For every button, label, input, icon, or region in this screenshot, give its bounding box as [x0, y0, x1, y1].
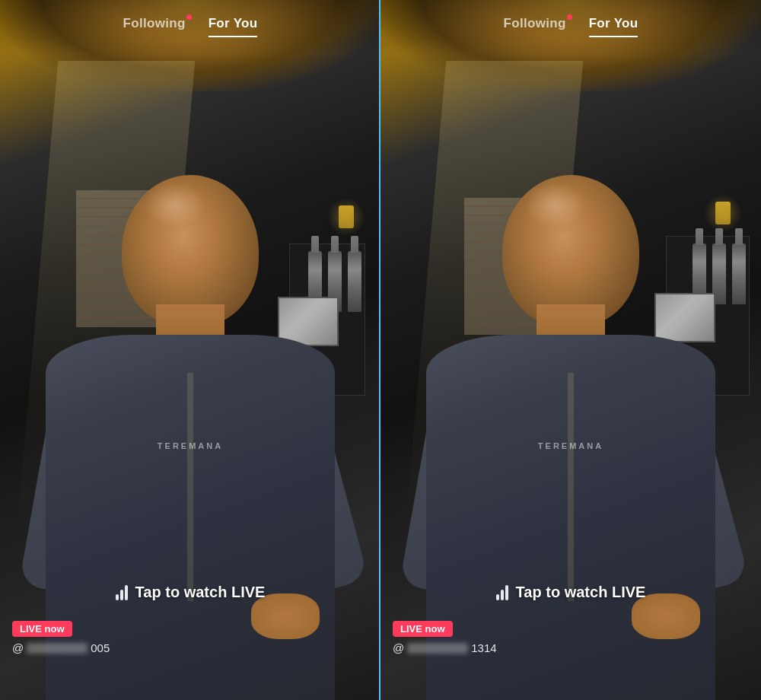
- signal-icon-right: [496, 585, 508, 600]
- panel-separator: [379, 0, 380, 700]
- tap-overlay-right[interactable]: Tap to watch LIVE: [380, 584, 761, 601]
- username-blur-left: [27, 643, 88, 654]
- nav-tab-following-left[interactable]: Following: [123, 16, 186, 37]
- nav-dot-right: [567, 14, 572, 20]
- panel-left[interactable]: TEREMANA Following For You Tap to watch …: [0, 0, 380, 700]
- person-right: TEREMANA: [411, 76, 731, 700]
- signal-icon-left: [116, 585, 128, 600]
- live-badge-right: LIVE now: [393, 621, 453, 637]
- tap-text-right: Tap to watch LIVE: [516, 584, 646, 601]
- bottom-info-right: LIVE now @ 1314: [393, 621, 497, 654]
- username-blur-right: [407, 643, 468, 654]
- top-nav-right: Following For You: [380, 0, 761, 53]
- top-nav-left: Following For You: [0, 0, 380, 53]
- nav-tab-foryou-left[interactable]: For You: [209, 16, 258, 37]
- nav-foryou-label-right: For You: [589, 16, 638, 31]
- tap-text-left: Tap to watch LIVE: [135, 584, 266, 601]
- person-left: TEREMANA: [30, 76, 350, 700]
- nav-foryou-label-left: For You: [209, 16, 258, 31]
- username-left: @ 005: [12, 641, 110, 654]
- nav-tab-following-right[interactable]: Following: [504, 16, 566, 37]
- tap-overlay-left[interactable]: Tap to watch LIVE: [0, 584, 380, 601]
- nav-following-label-left: Following: [123, 16, 186, 31]
- jacket-text-right: TEREMANA: [538, 441, 603, 450]
- nav-following-label-right: Following: [504, 16, 566, 31]
- live-badge-left: LIVE now: [12, 621, 72, 637]
- nav-dot-left: [186, 14, 192, 20]
- nav-tab-foryou-right[interactable]: For You: [589, 16, 638, 37]
- panel-right[interactable]: TEREMANA Following For You Tap to watch …: [380, 0, 761, 700]
- username-right: @ 1314: [393, 641, 497, 654]
- username-suffix-right: 1314: [471, 641, 496, 654]
- jacket-text-left: TEREMANA: [158, 441, 223, 450]
- username-suffix-left: 005: [91, 641, 110, 654]
- bottom-info-left: LIVE now @ 005: [12, 621, 110, 654]
